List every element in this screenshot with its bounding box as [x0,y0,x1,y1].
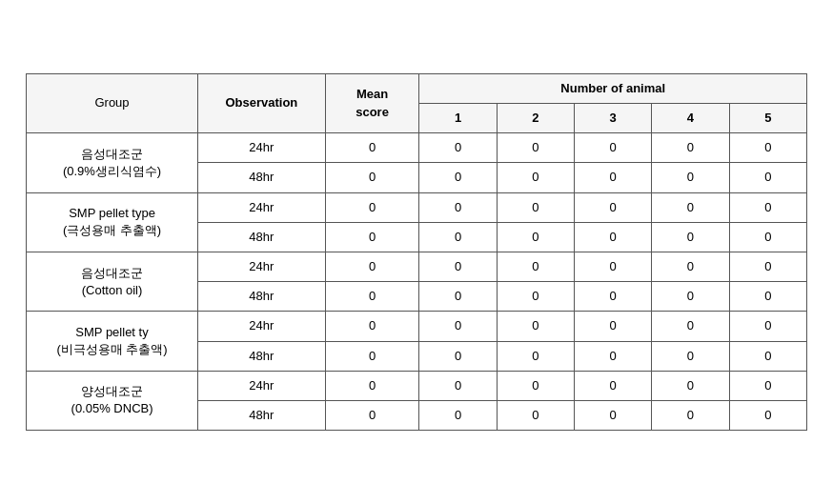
animal2-2-3: 0 [652,282,729,312]
header-observation: Observation [198,73,326,132]
animal2-4-0: 0 [419,400,497,430]
animal2-3-1: 0 [497,341,574,371]
group-cell-0: 음성대조군(0.9%생리식염수) [27,133,198,192]
mean1-row-2: 0 [325,252,419,282]
animal1-2-0: 0 [419,252,497,282]
mean2-row-0: 0 [325,163,419,192]
mean2-row-4: 0 [325,400,419,430]
animal2-2-0: 0 [419,282,497,312]
obs2-row-3: 48hr [198,341,326,371]
animal2-0-3: 0 [652,163,729,192]
header-animal-2: 2 [497,104,574,133]
animal1-3-3: 0 [652,312,729,341]
animal1-3-4: 0 [729,312,806,341]
mean1-row-0: 0 [325,133,419,163]
animal2-1-4: 0 [729,222,806,252]
group-cell-3: SMP pellet ty(비극성용매 추출액) [27,312,198,371]
mean2-row-1: 0 [325,222,419,252]
animal1-4-0: 0 [419,371,497,400]
animal2-1-0: 0 [419,222,497,252]
animal1-0-0: 0 [419,133,497,163]
animal1-1-0: 0 [419,192,497,222]
animal1-1-1: 0 [497,192,574,222]
animal1-3-2: 0 [575,312,652,341]
header-animal-3: 3 [575,104,652,133]
mean1-row-3: 0 [325,312,419,341]
animal2-3-4: 0 [729,341,806,371]
obs2-row-1: 48hr [198,222,326,252]
animal2-0-4: 0 [729,163,806,192]
header-animal-5: 5 [729,104,806,133]
header-group: Group [27,73,198,132]
animal1-4-4: 0 [729,371,806,400]
obs2-row-2: 48hr [198,282,326,312]
animal2-3-3: 0 [652,341,729,371]
animal1-1-3: 0 [652,192,729,222]
animal1-4-1: 0 [497,371,574,400]
obs1-row-0: 24hr [198,133,326,163]
animal2-4-4: 0 [729,400,806,430]
animal2-4-1: 0 [497,400,574,430]
animal1-0-2: 0 [575,133,652,163]
header-animal-1: 1 [419,104,497,133]
animal2-3-0: 0 [419,341,497,371]
obs1-row-4: 24hr [198,371,326,400]
animal2-1-3: 0 [652,222,729,252]
animal1-1-4: 0 [729,192,806,222]
obs2-row-4: 48hr [198,400,326,430]
animal1-2-1: 0 [497,252,574,282]
group-cell-2: 음성대조군(Cotton oil) [27,252,198,312]
animal1-3-1: 0 [497,312,574,341]
obs1-row-3: 24hr [198,312,326,341]
animal1-1-2: 0 [575,192,652,222]
animal1-3-0: 0 [419,312,497,341]
animal2-0-2: 0 [575,163,652,192]
data-table: Group Observation Mean score Number of a… [26,73,807,431]
animal2-0-1: 0 [497,163,574,192]
mean2-row-3: 0 [325,341,419,371]
animal1-4-2: 0 [575,371,652,400]
animal2-2-4: 0 [729,282,806,312]
animal1-2-2: 0 [575,252,652,282]
table-container: Group Observation Mean score Number of a… [26,73,807,431]
animal2-0-0: 0 [419,163,497,192]
animal1-2-4: 0 [729,252,806,282]
animal2-2-1: 0 [497,282,574,312]
group-cell-1: SMP pellet type(극성용매 추출액) [27,192,198,252]
mean2-row-2: 0 [325,282,419,312]
mean1-row-1: 0 [325,192,419,222]
animal2-3-2: 0 [575,341,652,371]
animal2-4-2: 0 [575,400,652,430]
animal2-4-3: 0 [652,400,729,430]
obs2-row-0: 48hr [198,163,326,192]
animal2-2-2: 0 [575,282,652,312]
animal1-0-3: 0 [652,133,729,163]
animal2-1-2: 0 [575,222,652,252]
header-number-of-animal: Number of animal [419,73,807,103]
obs1-row-1: 24hr [198,192,326,222]
group-cell-4: 양성대조군(0.05% DNCB) [27,371,198,430]
header-mean-score: Mean score [325,73,419,132]
header-animal-4: 4 [652,104,729,133]
obs1-row-2: 24hr [198,252,326,282]
animal1-0-1: 0 [497,133,574,163]
animal1-4-3: 0 [652,371,729,400]
mean1-row-4: 0 [325,371,419,400]
animal1-2-3: 0 [652,252,729,282]
animal1-0-4: 0 [729,133,806,163]
animal2-1-1: 0 [497,222,574,252]
